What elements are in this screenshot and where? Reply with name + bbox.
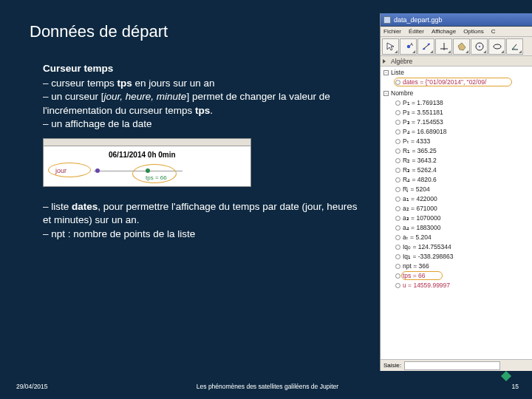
highlight-ellipse-jour <box>48 163 91 177</box>
menu-file[interactable]: Fichier <box>383 28 401 35</box>
tree-item[interactable]: P₃ = 7.154553 <box>383 117 532 127</box>
menu-more[interactable]: C <box>491 28 496 35</box>
tool-bar: A <box>381 37 532 56</box>
svg-point-3 <box>423 47 425 50</box>
tree-item[interactable]: R₁ = 365.25 <box>383 146 532 156</box>
block1-line2: – un curseur [jour, heure, minute] perme… <box>43 90 358 117</box>
menu-options[interactable]: Options <box>463 28 484 35</box>
tool-perp[interactable] <box>435 38 452 55</box>
slide-footer: 29/04/2015 Les phénomènes des satellites… <box>16 383 519 390</box>
tree-item[interactable]: R₃ = 5262.4 <box>383 166 532 175</box>
tool-angle[interactable] <box>506 38 523 55</box>
cursor-img-toolbar <box>44 139 250 146</box>
tree-item[interactable]: Iq₁ = -338.298863 <box>383 252 532 262</box>
block2-line1: – liste dates, pour permettre l'affichag… <box>43 200 358 227</box>
menu-edit[interactable]: Éditer <box>409 28 424 35</box>
tree-item[interactable]: a₁ = 422000 <box>383 194 532 204</box>
block1-heading: Curseur temps <box>43 62 358 75</box>
block-dates: – liste dates, pour permettre l'affichag… <box>30 200 358 241</box>
block-curseur: Curseur temps – curseur temps tps en jou… <box>30 62 358 131</box>
highlight-dates <box>394 78 512 86</box>
tree-group-liste[interactable]: -Liste <box>383 68 532 78</box>
footer-page-number: 15 <box>512 383 519 390</box>
highlight-ellipse-tps <box>132 164 177 183</box>
tool-point[interactable]: A <box>400 38 417 55</box>
tree-item[interactable]: Pₜ = 4333 <box>383 137 532 146</box>
tree-item[interactable]: Iq₀ = 124.755344 <box>383 242 532 252</box>
tree-item[interactable]: npt = 366 <box>383 262 532 271</box>
tool-circle[interactable] <box>471 38 488 55</box>
footer-title: Les phénomènes des satellites galiléens … <box>16 383 519 390</box>
menu-view[interactable]: Affichage <box>432 28 456 35</box>
slide-main: Données de départ Curseur temps – curseu… <box>0 0 380 399</box>
svg-point-9 <box>479 46 480 47</box>
footer-diamond-icon <box>501 371 511 381</box>
tree-item[interactable]: P₁ = 1.769138 <box>383 98 532 108</box>
window-title: data_depart.ggb <box>394 16 443 24</box>
tree-group-nombre[interactable]: -Nombre <box>383 89 532 98</box>
tree-item[interactable]: a₄ = 1883000 <box>383 223 532 233</box>
svg-marker-7 <box>458 43 466 50</box>
block1-line3: – un affichage de la date <box>43 117 358 131</box>
input-bar: Saisie: <box>381 359 532 371</box>
tree-item[interactable]: R₄ = 4820.6 <box>383 175 532 185</box>
svg-text:A: A <box>410 42 413 47</box>
block2-line2: – npt : nombre de points de la liste <box>43 228 358 241</box>
tool-move[interactable] <box>382 38 399 55</box>
tree-item[interactable]: a₃ = 1070000 <box>383 214 532 223</box>
tree-item-tps[interactable]: tps = 66 <box>383 271 532 281</box>
tree-item[interactable]: a₂ = 671000 <box>383 204 532 214</box>
tree-item[interactable]: aₜ = 5.204 <box>383 233 532 242</box>
tree-item[interactable]: u = 14559.99997 <box>383 281 532 290</box>
algebra-panel-header[interactable]: Algèbre <box>381 56 532 66</box>
tree-item[interactable]: P₂ = 3.551181 <box>383 108 532 117</box>
tree-item-dates[interactable]: dates = {"01/09/2014", "02/09/ <box>383 78 532 87</box>
block1-line1: – curseur temps tps en jours sur un an <box>43 77 358 90</box>
tool-line[interactable] <box>417 38 434 55</box>
algebra-tree: -Liste dates = {"01/09/2014", "02/09/ -N… <box>381 66 532 293</box>
highlight-tps <box>401 271 443 280</box>
tool-conic[interactable] <box>488 38 505 55</box>
cursor-date-display: 06/11/2014 0h 0min <box>109 151 176 159</box>
collapse-arrow-icon <box>383 59 386 64</box>
document-icon <box>383 16 391 24</box>
tree-item[interactable]: Rⱼ = 5204 <box>383 185 532 194</box>
saisie-label: Saisie: <box>383 362 401 369</box>
geogebra-window: data_depart.ggb Fichier Éditer Affichage… <box>380 13 532 371</box>
tree-item[interactable]: P₄ = 16.689018 <box>383 127 532 137</box>
slider-handle <box>95 168 100 173</box>
cursor-preview-image: 06/11/2014 0h 0min jour tps = 66 <box>43 138 251 187</box>
minus-icon: - <box>383 70 389 75</box>
svg-point-4 <box>427 43 429 45</box>
tool-polygon[interactable] <box>453 38 470 55</box>
slide-title: Données de départ <box>30 22 380 41</box>
tree-item[interactable]: R₂ = 3643.2 <box>383 156 532 166</box>
minus-icon: - <box>383 91 389 96</box>
svg-point-10 <box>494 44 501 49</box>
menu-bar: Fichier Éditer Affichage Options C <box>381 27 532 37</box>
saisie-input[interactable] <box>404 361 500 370</box>
window-titlebar[interactable]: data_depart.ggb <box>381 13 532 27</box>
